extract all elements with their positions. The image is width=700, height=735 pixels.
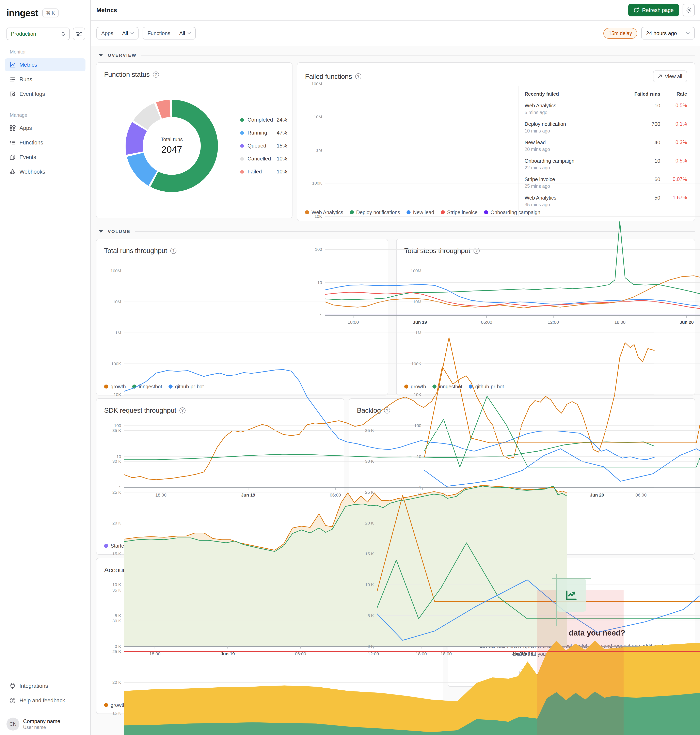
- failed-functions-card: Failed functions ? View all 100M10M1M100…: [297, 62, 695, 221]
- svg-text:15 K: 15 K: [365, 551, 374, 556]
- gear-icon: [685, 7, 692, 13]
- sidebar-item-events[interactable]: Events: [5, 151, 85, 164]
- help-icon[interactable]: ?: [171, 248, 176, 254]
- sliders-icon: [76, 31, 82, 37]
- sidebar-item-runs[interactable]: Runs: [5, 73, 85, 86]
- metrics-icon: [9, 62, 16, 68]
- total-steps-card: Total steps throughput ? 100M10M1M100K10…: [396, 239, 695, 395]
- collapse-triangle-icon: [99, 54, 103, 56]
- collapse-triangle-icon: [99, 230, 103, 233]
- svg-text:30 K: 30 K: [365, 459, 374, 464]
- status-legend-item: Failed10%: [240, 165, 287, 178]
- card-title: Total runs throughput: [104, 247, 167, 255]
- sidebar-item-help-and-feedback[interactable]: Help and feedback: [5, 694, 85, 707]
- nav-section-label: Monitor: [5, 49, 85, 55]
- chevron-down-icon: [188, 32, 191, 34]
- command-icon: ⌘: [46, 10, 51, 16]
- svg-text:100K: 100K: [411, 361, 421, 366]
- status-legend-item: Completed24%: [240, 113, 287, 127]
- failed-functions-chart: 100M10M1M100K10K10010118:00Jun 1906:0012…: [305, 82, 519, 206]
- functions-icon: [9, 139, 16, 146]
- total-steps-chart: 100M10M1M100K10K10010118:00Jun 1906:0012…: [404, 255, 687, 380]
- svg-text:100M: 100M: [110, 268, 121, 273]
- svg-text:25 K: 25 K: [365, 490, 374, 495]
- webhooks-icon: [9, 169, 16, 175]
- page-title: Metrics: [96, 7, 117, 13]
- donut-total-value: 2047: [162, 144, 182, 155]
- help-icon[interactable]: ?: [355, 73, 361, 80]
- function-status-card: Function status ? Total runs 2047 Comple…: [96, 62, 293, 218]
- backlog-chart: 35 K30 K25 K20 K15 K10 K5 K0 K18:00Jun 1…: [357, 414, 687, 540]
- sidebar-item-metrics[interactable]: Metrics: [5, 58, 85, 71]
- environment-select[interactable]: Production: [6, 28, 70, 40]
- sidebar-item-webhooks[interactable]: Webhooks: [5, 165, 85, 178]
- metrics-content: OVERVIEW Function status ? Total runs: [91, 46, 700, 735]
- account-concurrency-chart: 35 K30 K25 K20 K15 K10 K5 K0 K18:00Jun 1…: [104, 574, 435, 699]
- sidebar-item-event-logs[interactable]: Event logs: [5, 87, 85, 100]
- total-runs-card: Total runs throughput ? 100M10M1M100K10K…: [96, 239, 388, 395]
- svg-text:1M: 1M: [115, 330, 121, 335]
- svg-text:25 K: 25 K: [112, 649, 121, 654]
- chevron-down-icon: [686, 32, 690, 34]
- svg-text:10K: 10K: [414, 392, 421, 397]
- svg-text:30 K: 30 K: [112, 619, 121, 623]
- status-legend-item: Queued15%: [240, 139, 287, 152]
- svg-text:25 K: 25 K: [112, 490, 121, 495]
- svg-text:10M: 10M: [113, 299, 121, 304]
- apps-icon: [9, 125, 16, 131]
- card-title: Function status: [104, 71, 150, 78]
- account-concurrency-card: Account concurrency ? 35 K30 K25 K20 K15…: [96, 558, 443, 714]
- apps-filter[interactable]: Apps All: [96, 27, 138, 40]
- total-runs-chart: 100M10M1M100K10K10010118:00Jun 1906:0012…: [104, 255, 380, 380]
- event-logs-icon: [9, 91, 16, 97]
- filter-bar: Apps All Functions All 15m delay 24 hour…: [91, 21, 700, 46]
- top-bar: Metrics Refresh page: [91, 0, 700, 21]
- sdk-request-chart: 35 K30 K25 K20 K15 K10 K5 K0 K18:00Jun 1…: [104, 414, 336, 540]
- svg-text:100K: 100K: [111, 361, 121, 366]
- svg-text:10K: 10K: [315, 214, 322, 219]
- status-legend-item: Cancelled10%: [240, 152, 287, 165]
- function-status-donut: Total runs 2047: [125, 99, 218, 193]
- svg-text:30 K: 30 K: [112, 459, 121, 464]
- integrations-icon: [9, 683, 16, 689]
- sidebar-item-apps[interactable]: Apps: [5, 122, 85, 134]
- runs-icon: [9, 76, 16, 82]
- svg-text:1M: 1M: [316, 148, 322, 152]
- svg-text:15 K: 15 K: [112, 551, 121, 556]
- sidebar-item-integrations[interactable]: Integrations: [5, 679, 85, 692]
- sidebar: inngest ⌘K Production MonitorMetricsRuns…: [0, 0, 91, 735]
- svg-text:20 K: 20 K: [112, 521, 121, 525]
- refresh-page-button[interactable]: Refresh page: [628, 4, 679, 16]
- backlog-card: Backlog ? 35 K30 K25 K20 K15 K10 K5 K0 K…: [349, 398, 695, 555]
- svg-text:35 K: 35 K: [112, 588, 121, 592]
- settings-button[interactable]: [682, 4, 695, 16]
- chart-placeholder-icon: [557, 579, 586, 611]
- functions-filter[interactable]: Functions All: [143, 27, 196, 40]
- svg-text:35 K: 35 K: [365, 428, 374, 433]
- nav-section-label: Manage: [5, 112, 85, 118]
- card-title: Failed functions: [305, 72, 352, 80]
- svg-text:10M: 10M: [314, 115, 322, 119]
- overview-section-header[interactable]: OVERVIEW: [96, 53, 695, 58]
- svg-text:1M: 1M: [415, 330, 421, 335]
- command-k-shortcut: ⌘K: [42, 9, 59, 18]
- sidebar-item-functions[interactable]: Functions: [5, 136, 85, 149]
- environment-filter-button[interactable]: [73, 28, 85, 40]
- refresh-icon: [634, 7, 639, 13]
- svg-text:100M: 100M: [311, 82, 322, 86]
- time-range-select[interactable]: 24 hours ago: [641, 27, 695, 40]
- delay-badge: 15m delay: [603, 28, 637, 39]
- account-menu[interactable]: CN Company name User name: [0, 713, 90, 735]
- view-all-button[interactable]: View all: [653, 71, 687, 82]
- inngest-logo[interactable]: inngest: [6, 8, 38, 18]
- company-name: Company name: [23, 718, 60, 725]
- svg-text:100K: 100K: [312, 181, 322, 186]
- help-icon[interactable]: ?: [153, 72, 159, 78]
- svg-text:35 K: 35 K: [112, 428, 121, 433]
- metrics-dashboard: inngest ⌘K Production MonitorMetricsRuns…: [0, 0, 700, 735]
- sdk-request-card: SDK request throughput ? 35 K30 K25 K20 …: [96, 398, 344, 555]
- svg-text:15 K: 15 K: [112, 711, 121, 715]
- avatar: CN: [6, 717, 19, 731]
- user-name: User name: [23, 725, 60, 730]
- svg-text:10K: 10K: [114, 392, 121, 397]
